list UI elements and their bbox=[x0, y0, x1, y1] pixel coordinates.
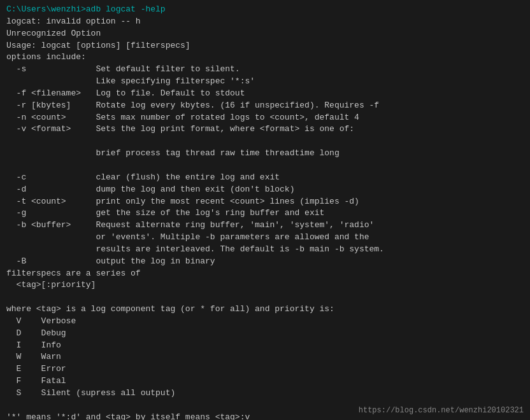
output-line-22: where <tag> is a log component tag (or *… bbox=[6, 304, 334, 314]
output-line-18: results are interleaved. The default is … bbox=[6, 244, 384, 254]
output-line-28: F Fatal bbox=[6, 376, 66, 386]
terminal-output: C:\Users\wenzhi>adb logcat -help logcat:… bbox=[6, 4, 524, 420]
output-line-29: S Silent (supress all output) bbox=[6, 388, 175, 398]
output-line-27: E Error bbox=[6, 364, 66, 374]
watermark: https://blog.csdn.net/wenzhi20102321 bbox=[359, 406, 524, 415]
output-line-26: W Warn bbox=[6, 352, 61, 361]
output-line-9: -n <count> Sets max number of rotated lo… bbox=[6, 113, 359, 122]
output-line-13: -d dump the log and then exit (don't blo… bbox=[6, 185, 294, 194]
output-line-2: Unrecognized Option bbox=[6, 29, 101, 38]
output-line-20: filterspecs are a series of bbox=[6, 269, 141, 278]
output-line-11: brief process tag thread raw time thread… bbox=[6, 148, 340, 158]
output-line-19: -B output the log in binary bbox=[6, 256, 215, 266]
output-line-15: -g get the size of the log's ring buffer… bbox=[6, 208, 324, 218]
output-line-7: -f <filename> Log to file. Default to st… bbox=[6, 88, 245, 98]
output-line-5: -s Set default filter to silent. bbox=[6, 64, 240, 74]
output-line-25: I Info bbox=[6, 340, 61, 350]
output-line-23: V Verbose bbox=[6, 316, 76, 326]
output-line-1: logcat: invalid option -- h bbox=[6, 17, 141, 26]
terminal-window: C:\Users\wenzhi>adb logcat -help logcat:… bbox=[0, 0, 530, 420]
output-line-14: -t <count> print only the most recent <c… bbox=[6, 197, 359, 206]
command-line: C:\Users\wenzhi>adb logcat -help bbox=[6, 4, 166, 14]
output-line-24: D Debug bbox=[6, 328, 66, 338]
output-line-4: options include: bbox=[6, 52, 86, 62]
output-line-6: Like specifying filterspec '*:s' bbox=[6, 76, 255, 86]
output-line-17: or 'events'. Multiple -b parameters are … bbox=[6, 232, 369, 242]
output-line-16: -b <buffer> Request alternate ring buffe… bbox=[6, 220, 374, 230]
output-line-8: -r [kbytes] Rotate log every kbytes. (16… bbox=[6, 101, 379, 110]
output-line-21: <tag>[:priority] bbox=[6, 280, 96, 290]
output-line-3: Usage: logcat [options] [filterspecs] bbox=[6, 41, 190, 50]
output-line-30: '*' means '*:d' and <tag> by itself mean… bbox=[6, 412, 250, 420]
output-line-10: -v <format> Sets the log print format, w… bbox=[6, 124, 354, 134]
output-line-12: -c clear (flush) the entire log and exit bbox=[6, 172, 280, 182]
